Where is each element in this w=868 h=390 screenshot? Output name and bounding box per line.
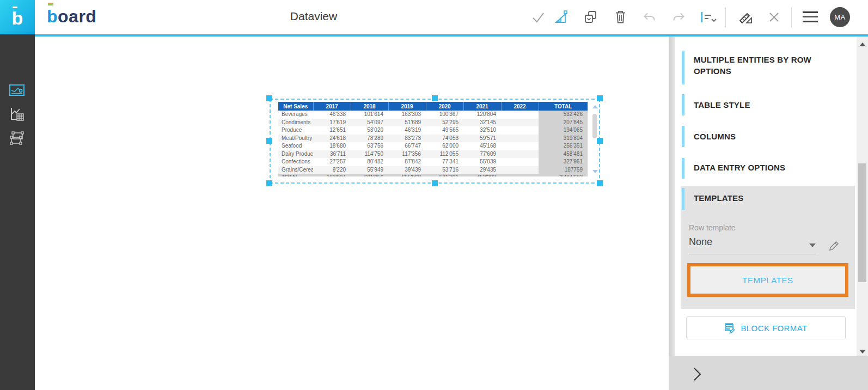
section-columns[interactable]: COLUMNS [694,131,736,142]
data-cell[interactable] [501,111,539,119]
selection-handle[interactable] [597,95,603,101]
data-cell[interactable]: 452'283 [463,174,501,176]
selection-handle[interactable] [597,180,603,186]
confirm-icon[interactable] [531,10,546,25]
data-cell[interactable]: 77'341 [426,158,463,166]
collapse-panel-chevron-icon[interactable] [689,366,705,382]
chart-tool-icon[interactable] [9,106,25,123]
data-cell[interactable]: 17'619 [313,119,351,127]
data-cell[interactable] [501,166,539,174]
section-multiple-entities[interactable]: MULTIPLE ENTITIES BY ROW OPTIONS [694,54,827,77]
data-cell[interactable]: 112'055 [426,150,463,159]
board-logo-button[interactable]: b [0,0,35,34]
data-cell[interactable]: 59'571 [463,135,501,143]
dataview-widget[interactable]: Net Sales201720182019202020212022TOTAL B… [278,102,588,176]
data-cell[interactable]: 193'094 [313,174,351,176]
scroll-down-icon[interactable] [592,170,598,173]
data-cell[interactable]: 207'845 [539,119,588,127]
data-cell[interactable]: 78'289 [351,135,388,143]
data-cell[interactable]: 163'303 [388,111,426,119]
data-cell[interactable]: 18'680 [313,142,351,150]
data-cell[interactable] [501,150,539,159]
scroll-up-icon[interactable] [592,105,598,108]
data-cell[interactable]: 54'097 [351,119,388,127]
row-label-cell[interactable]: Grains/Cereals [278,166,313,174]
data-cell[interactable]: 12'651 [313,126,351,135]
section-data-entry-options[interactable]: DATA ENTRY OPTIONS [694,162,785,173]
section-templates[interactable]: TEMPLATES [694,192,744,204]
block-format-button[interactable]: BLOCK FORMAT [686,316,846,339]
scroll-down-icon[interactable] [859,350,866,354]
row-label-cell[interactable]: Produce [278,126,313,135]
layout-tool-icon[interactable] [9,130,25,147]
data-cell[interactable]: 655'968 [388,174,426,176]
data-cell[interactable]: 581'391 [426,174,463,176]
edit-pencil-icon[interactable] [828,239,841,252]
data-cell[interactable]: 46'319 [388,126,426,135]
data-cell[interactable]: 83'273 [388,135,426,143]
undo-icon[interactable] [642,10,657,25]
data-cell[interactable] [501,126,539,135]
duplicate-icon[interactable] [583,10,598,25]
layout-canvas[interactable]: Net Sales201720182019202020212022TOTAL B… [35,36,669,390]
data-cell[interactable]: 46'338 [313,111,351,119]
data-cell[interactable] [501,119,539,127]
data-cell[interactable]: 256'351 [539,142,588,150]
data-cell[interactable]: 87'842 [388,158,426,166]
selection-handle[interactable] [432,95,438,101]
data-cell[interactable]: 24'618 [313,135,351,143]
row-label-cell[interactable]: Dairy Products [278,150,313,159]
data-cell[interactable]: 52'295 [426,119,463,127]
scrollbar-thumb[interactable] [858,163,866,282]
data-cell[interactable]: 187759 [539,166,588,174]
templates-button[interactable]: TEMPLATES [690,266,845,294]
row-template-dropdown[interactable]: None [689,236,712,248]
data-cell[interactable] [501,158,539,166]
row-label-cell[interactable]: TOTAL [278,174,313,176]
data-cell[interactable]: 458'481 [539,150,588,159]
data-cell[interactable]: 55'039 [463,158,501,166]
data-cell[interactable]: 66'747 [388,142,426,150]
selection-handle[interactable] [432,180,438,186]
data-cell[interactable]: 319'804 [539,135,588,143]
data-cell[interactable]: 327'961 [539,158,588,166]
section-table-style[interactable]: TABLE STYLE [694,99,750,111]
dataview-tool-icon[interactable] [9,82,25,99]
selection-handle[interactable] [266,95,272,101]
row-label-cell[interactable]: Seafood [278,142,313,150]
data-cell[interactable]: 114'750 [351,150,388,159]
row-label-cell[interactable]: Beverages [278,111,313,119]
data-cell[interactable]: 36'711 [313,150,351,159]
data-cell[interactable]: 27'257 [313,158,351,166]
selection-handle[interactable] [266,138,272,144]
data-cell[interactable]: 39'439 [388,166,426,174]
avatar[interactable]: MA [830,7,850,27]
delete-icon[interactable] [613,10,628,25]
selection-handle[interactable] [266,180,272,186]
data-cell[interactable]: 29'435 [463,166,501,174]
data-cell[interactable]: 601'956 [351,174,388,176]
menu-icon[interactable] [803,11,818,23]
data-cell[interactable]: 117'356 [388,150,426,159]
data-cell[interactable]: 45'168 [463,142,501,150]
row-label-cell[interactable]: Condiments [278,119,313,127]
select-object-icon[interactable] [554,10,569,25]
data-cell[interactable]: 55'949 [351,166,388,174]
scrollbar-thumb[interactable] [592,114,597,138]
data-cell[interactable]: 80'482 [351,158,388,166]
align-options-icon[interactable] [700,10,718,25]
data-cell[interactable]: 100'367 [426,111,463,119]
data-cell[interactable]: 62'000 [426,142,463,150]
data-cell[interactable]: 120'804 [463,111,501,119]
redo-icon[interactable] [671,10,686,25]
chevron-down-icon[interactable] [809,243,816,247]
data-cell[interactable]: 74'053 [426,135,463,143]
format-painter-icon[interactable] [738,10,753,25]
data-cell[interactable] [501,174,539,176]
row-label-cell[interactable]: Meat/Poultry [278,135,313,143]
data-cell[interactable]: 63'756 [351,142,388,150]
data-cell[interactable]: 32'145 [463,119,501,127]
data-cell[interactable]: 532'426 [539,111,588,119]
data-cell[interactable]: 194'065 [539,126,588,135]
data-cell[interactable]: 101'614 [351,111,388,119]
